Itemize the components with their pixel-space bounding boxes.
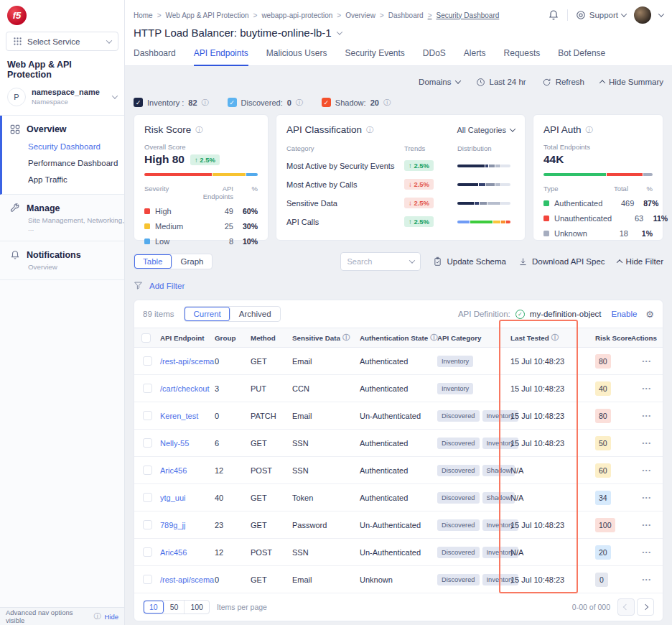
tab[interactable]: Security Events [345,48,404,66]
clipboard-check-icon [433,256,442,267]
row-actions-button[interactable]: ••• [631,358,663,364]
support-menu[interactable]: Support [576,10,626,20]
gear-icon[interactable]: ⚙ [645,309,654,320]
notifications-bell-icon[interactable] [548,9,559,21]
breadcrumb-item[interactable]: Dashboard [380,11,424,19]
row-actions-button[interactable]: ••• [631,467,663,473]
col-group[interactable]: Group [215,334,251,342]
sidebar-subitem[interactable]: Performance Dashboard [28,159,124,167]
row-actions-button[interactable]: ••• [631,549,663,555]
select-all-checkbox[interactable] [141,333,151,343]
refresh-button[interactable]: Refresh [542,78,584,87]
search-input[interactable] [347,257,407,266]
row-checkbox[interactable] [143,411,152,420]
row-actions-button[interactable]: ••• [631,440,663,446]
add-filter-link[interactable]: Add Filter [149,282,185,290]
tab[interactable]: Dashboard [134,48,176,66]
row-checkbox[interactable] [143,384,152,393]
all-categories-dropdown[interactable]: All Categories [457,126,515,134]
hide-summary-toggle[interactable]: Hide Summary [600,78,663,86]
chevron-down-icon[interactable] [658,11,664,17]
page-size-50[interactable]: 50 [164,601,185,614]
update-schema-button[interactable]: Update Schema [433,256,505,267]
chevron-down-icon[interactable] [336,29,342,34]
namespace-selector[interactable]: P namespace_name Namespace [0,86,124,116]
endpoint-link[interactable]: /rest-api/scema [160,575,214,584]
breadcrumb-item[interactable]: Web App & API Protection [157,11,249,19]
endpoint-link[interactable]: ytg_uui [160,494,185,502]
breadcrumb-item[interactable]: Overview [337,11,375,19]
row-checkbox[interactable] [143,493,152,502]
row-actions-button[interactable]: ••• [631,385,663,392]
page-size-100[interactable]: 100 [185,601,209,614]
col-authentication-state[interactable]: Authentication Stateⓘ [360,334,437,342]
row-checkbox[interactable] [143,438,152,448]
inventory-checkbox[interactable]: ✓ [134,98,143,107]
row-actions-button[interactable]: ••• [631,494,663,501]
endpoint-link[interactable]: Aric456 [160,466,187,475]
col-risk-score[interactable]: Risk Score [595,334,631,342]
tab[interactable]: Bot Defense [558,48,605,66]
col-last-tested[interactable]: Last Testedⓘ [510,334,595,342]
shadow-checkbox[interactable]: ✓ [322,98,331,107]
col-api-endpoint[interactable]: API Endpoint [160,334,215,342]
time-range-selector[interactable]: Last 24 hr [476,78,526,87]
tab[interactable]: Requests [504,48,541,66]
endpoint-link[interactable]: /cart/checkout [160,384,209,393]
tab[interactable]: Malicious Users [266,48,327,66]
row-actions-button[interactable]: ••• [631,522,663,528]
risk-score-title: Risk Score [144,124,191,135]
row-actions-button[interactable]: ••• [631,412,663,419]
row-actions-button[interactable]: ••• [631,576,663,583]
breadcrumb-item[interactable]: webapp-api-protection [253,11,333,19]
tab[interactable]: API Endpoints [194,48,248,66]
user-avatar[interactable] [634,6,651,24]
row-checkbox[interactable] [143,520,152,529]
col-actions[interactable]: Actions [631,334,663,342]
severity-color-swatch [144,223,150,229]
f5-logo: f5 [7,6,27,25]
endpoint-link[interactable]: 789g_jj [160,521,185,529]
sidebar-subitem[interactable]: Security Dashboard [28,142,124,151]
sidebar: f5 Select Service Web App & API Protecti… [0,0,125,625]
row-checkbox[interactable] [143,547,152,557]
col-api-category[interactable]: API Category [437,334,510,342]
sidebar-item-overview[interactable]: Overview [10,124,124,134]
sidebar-subitem[interactable]: App Traffic [28,175,124,184]
inventory-filter[interactable]: ✓ Inventory : 82 ⓘ [134,98,209,107]
table-row: Aric456 12 POST SSN Un-Authenticated Dis… [134,539,663,566]
search-box[interactable] [340,252,421,271]
enable-link[interactable]: Enable [612,310,638,318]
col-sensitive-data[interactable]: Sensitive Dataⓘ [292,334,360,342]
current-view-button[interactable]: Current [185,307,230,321]
endpoint-link[interactable]: Keren_test [160,412,198,420]
endpoint-link[interactable]: /rest-api/scema [160,357,214,366]
next-page-button[interactable] [637,598,654,616]
product-title: Web App & API Protection [0,51,124,86]
table-view-button[interactable]: Table [134,254,172,269]
page-size-10[interactable]: 10 [144,601,164,614]
row-checkbox[interactable] [143,575,152,584]
tab[interactable]: Alerts [464,48,486,66]
hide-filter-toggle[interactable]: Hide Filter [617,257,663,266]
discovered-checkbox[interactable]: ✓ [228,98,237,107]
graph-view-button[interactable]: Graph [172,254,213,269]
domains-dropdown[interactable]: Domains [419,78,459,86]
tab[interactable]: DDoS [423,48,446,66]
hide-nav-link[interactable]: Hide [104,613,118,621]
endpoint-link[interactable]: Aric456 [160,548,187,557]
breadcrumb-item[interactable]: Home [134,11,153,19]
discovered-filter[interactable]: ✓ Discovered: 0 ⓘ [228,98,303,107]
shadow-filter[interactable]: ✓ Shadow: 20 ⓘ [322,98,391,107]
row-checkbox[interactable] [143,356,152,366]
breadcrumb-item[interactable]: Security Dashboard [428,11,500,19]
select-service-dropdown[interactable]: Select Service [6,32,118,51]
download-api-spec-button[interactable]: Download API Spec [518,257,605,267]
col-method[interactable]: Method [251,334,292,342]
prev-page-button[interactable] [617,598,635,616]
row-checkbox[interactable] [143,466,152,475]
endpoint-link[interactable]: Nelly-55 [160,439,189,448]
archived-view-button[interactable]: Archived [230,307,280,321]
sidebar-item-manage[interactable]: Manage Site Management, Networking, ... [0,195,124,241]
sidebar-item-notifications[interactable]: Notifications Overview [0,241,124,280]
